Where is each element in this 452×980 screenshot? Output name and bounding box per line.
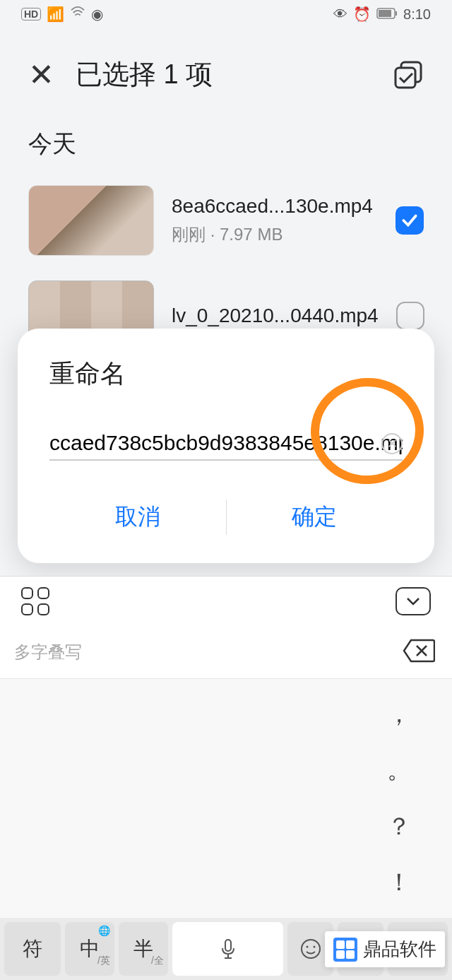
svg-rect-1: [396, 11, 397, 16]
svg-rect-2: [379, 10, 391, 17]
file-info: 8ea6ccaed...130e.mp4 刚刚 · 7.97 MB: [172, 195, 378, 246]
language-key[interactable]: 中/英 🌐: [65, 922, 114, 976]
eye-icon: 👁: [333, 6, 347, 23]
alarm-icon: ⏰: [353, 6, 371, 23]
watermark-badge: 鼎品软件: [325, 931, 445, 967]
width-key[interactable]: 半/全: [119, 922, 168, 976]
svg-point-8: [313, 946, 315, 948]
watermark-logo-icon: [333, 938, 357, 962]
punct-key[interactable]: ！: [387, 866, 411, 899]
keyboard-suggestion-bar: 多字叠写: [0, 625, 452, 678]
status-right: 👁 ⏰ 8:10: [333, 6, 431, 23]
file-name: 8ea6ccaed...130e.mp4: [172, 195, 378, 218]
status-bar: HD 📶 ◉ 👁 ⏰ 8:10: [0, 0, 452, 28]
clear-input-button[interactable]: ✕: [381, 433, 403, 454]
battery-icon: [376, 6, 398, 23]
svg-rect-5: [225, 940, 231, 951]
cancel-button[interactable]: 取消: [49, 489, 226, 545]
nfc-icon: ◉: [91, 6, 103, 23]
status-left: HD 📶 ◉: [21, 6, 103, 23]
select-all-button[interactable]: [393, 59, 424, 90]
svg-point-6: [302, 940, 320, 958]
hd-badge: HD: [21, 8, 41, 20]
wifi-icon: [70, 6, 85, 23]
signal-icon: 📶: [47, 6, 64, 23]
symbol-key[interactable]: 符: [4, 922, 61, 976]
svg-rect-4: [396, 68, 415, 88]
dialog-title: 重命名: [49, 357, 403, 391]
selection-header: ✕ 已选择 1 项: [0, 28, 452, 114]
file-name: lv_0_20210...0440.mp4: [172, 305, 379, 327]
clock-time: 8:10: [403, 6, 431, 23]
file-row[interactable]: 8ea6ccaed...130e.mp4 刚刚 · 7.97 MB: [0, 175, 452, 266]
file-meta: 刚刚 · 7.97 MB: [172, 223, 378, 246]
svg-point-7: [306, 946, 308, 948]
space-voice-key[interactable]: [172, 922, 283, 976]
keyboard-writing-area[interactable]: ， 。 ？ ！: [0, 678, 452, 918]
suggestion-hint: 多字叠写: [14, 641, 82, 663]
punct-key[interactable]: ？: [387, 810, 411, 843]
page-title: 已选择 1 项: [76, 57, 213, 93]
punctuation-column: ， 。 ？ ！: [374, 686, 424, 911]
punct-key[interactable]: ，: [387, 698, 411, 731]
section-today: 今天: [0, 114, 452, 175]
punct-key[interactable]: 。: [387, 754, 411, 786]
app-grid-icon[interactable]: [21, 587, 49, 615]
confirm-button[interactable]: 确定: [227, 489, 403, 545]
rename-dialog: 重命名 ✕ 取消 确定: [18, 329, 434, 563]
watermark-text: 鼎品软件: [363, 937, 436, 962]
collapse-keyboard-button[interactable]: [396, 587, 431, 615]
backspace-button[interactable]: [403, 638, 438, 666]
close-icon[interactable]: ✕: [28, 57, 54, 93]
rename-input[interactable]: [49, 427, 403, 461]
video-thumbnail: [28, 185, 154, 256]
file-checkbox[interactable]: [396, 206, 424, 235]
file-info: lv_0_20210...0440.mp4: [172, 305, 379, 327]
file-checkbox[interactable]: [396, 302, 424, 330]
keyboard-toolbar: [0, 576, 452, 625]
